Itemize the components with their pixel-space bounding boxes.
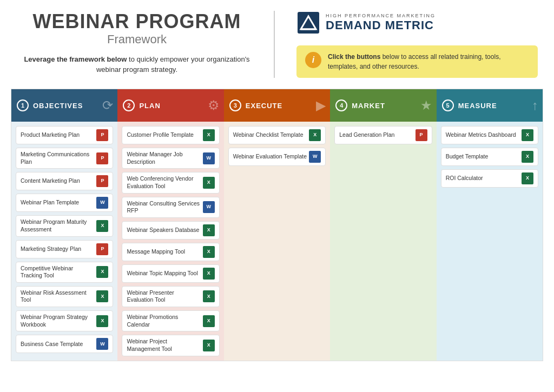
info-box: i Click the buttons below to access all … <box>296 45 538 78</box>
col-title-plan: PLAN <box>139 102 160 110</box>
item-label-objectives-5: Marketing Strategy Plan <box>21 245 94 253</box>
item-icon-plan-7: X <box>203 290 215 302</box>
col-title-objectives: OBJECTIVES <box>33 102 83 110</box>
item-btn-measure-0[interactable]: Webinar Metrics DashboardX <box>441 126 538 144</box>
item-label-plan-1: Webinar Manager Job Description <box>127 151 200 165</box>
item-icon-objectives-6: X <box>96 266 108 278</box>
item-label-plan-0: Customer Profile Template <box>127 131 200 139</box>
item-btn-measure-2[interactable]: ROI CalculatorX <box>441 169 538 188</box>
item-btn-execute-1[interactable]: Webinar Evaluation TemplateW <box>228 148 326 166</box>
item-btn-plan-5[interactable]: Message Mapping ToolX <box>122 243 219 261</box>
item-icon-plan-9: X <box>203 340 215 351</box>
col-body-market: Lead Generation PlanP <box>330 122 436 361</box>
page-header: WEBINAR PROGRAM Framework Leverage the f… <box>0 0 554 89</box>
item-btn-objectives-5[interactable]: Marketing Strategy PlanP <box>16 240 113 258</box>
item-label-measure-0: Webinar Metrics Dashboard <box>446 131 519 139</box>
item-btn-objectives-7[interactable]: Webinar Risk Assessment ToolX <box>16 286 113 307</box>
item-btn-plan-8[interactable]: Webinar Promotions CalendarX <box>122 310 219 331</box>
dm-logo-text: High Performance Marketing DEMAND METRIC <box>326 13 436 32</box>
item-btn-plan-2[interactable]: Web Conferencing Vendor Evaluation ToolX <box>122 172 219 193</box>
item-icon-objectives-9: W <box>96 338 108 350</box>
col-body-measure: Webinar Metrics DashboardXBudget Templat… <box>437 122 543 361</box>
item-icon-execute-0: X <box>309 129 321 141</box>
item-icon-objectives-4: X <box>96 220 108 232</box>
item-label-measure-2: ROI Calculator <box>446 175 519 182</box>
page-subtitle: Framework <box>16 32 258 46</box>
info-bold: Click the buttons <box>328 53 380 61</box>
item-label-objectives-3: Webinar Plan Template <box>21 199 94 207</box>
item-icon-objectives-7: X <box>96 290 108 302</box>
col-icon-market: ★ <box>420 98 432 113</box>
col-header-objectives: 1OBJECTIVES⟳ <box>11 89 117 122</box>
col-header-measure: 5MEASURE↑ <box>437 89 543 122</box>
item-label-plan-8: Webinar Promotions Calendar <box>127 314 200 328</box>
col-title-execute: EXECUTE <box>246 102 282 110</box>
item-icon-plan-8: X <box>203 315 215 327</box>
item-icon-plan-5: X <box>203 246 215 258</box>
framework: 1OBJECTIVES⟳Product Marketing PlanPMarke… <box>11 89 543 361</box>
item-btn-market-0[interactable]: Lead Generation PlanP <box>334 126 432 144</box>
item-btn-objectives-6[interactable]: Competitive Webinar Tracking ToolX <box>16 262 113 283</box>
item-btn-plan-9[interactable]: Webinar Project Management ToolX <box>122 335 219 356</box>
col-plan: 2PLAN⚙Customer Profile TemplateXWebinar … <box>117 89 223 361</box>
col-icon-measure: ↑ <box>532 98 538 113</box>
item-label-plan-9: Webinar Project Management Tool <box>127 338 200 353</box>
item-icon-plan-2: X <box>203 177 215 189</box>
item-btn-objectives-8[interactable]: Webinar Program Strategy WorkbookX <box>16 310 113 331</box>
item-label-plan-2: Web Conferencing Vendor Evaluation Tool <box>127 175 200 190</box>
col-num-objectives: 1 <box>17 99 29 111</box>
item-btn-plan-3[interactable]: Webinar Consulting Services RFPW <box>122 197 219 218</box>
item-label-plan-5: Message Mapping Tool <box>127 248 200 256</box>
item-btn-objectives-0[interactable]: Product Marketing PlanP <box>16 126 113 144</box>
item-btn-objectives-4[interactable]: Webinar Program Maturity AssessmentX <box>16 215 113 236</box>
item-icon-plan-0: X <box>203 129 215 141</box>
item-label-measure-1: Budget Template <box>446 153 519 161</box>
header-right: High Performance Marketing DEMAND METRIC… <box>286 11 538 78</box>
item-icon-measure-0: X <box>522 129 533 141</box>
col-icon-plan: ⚙ <box>208 98 220 113</box>
item-icon-objectives-0: P <box>96 129 108 141</box>
item-btn-execute-0[interactable]: Webinar Checklist TemplateX <box>228 126 326 144</box>
dm-logo-top: High Performance Marketing <box>326 13 436 18</box>
item-btn-objectives-2[interactable]: Content Marketing PlanP <box>16 172 113 190</box>
item-icon-measure-2: X <box>522 172 533 184</box>
col-measure: 5MEASURE↑Webinar Metrics DashboardXBudge… <box>437 89 543 361</box>
col-num-execute: 3 <box>229 99 241 111</box>
item-label-objectives-9: Business Case Template <box>21 341 94 348</box>
item-icon-plan-3: W <box>203 201 215 213</box>
item-btn-plan-1[interactable]: Webinar Manager Job DescriptionW <box>122 148 219 169</box>
item-btn-plan-6[interactable]: Webinar Topic Mapping ToolX <box>122 264 219 283</box>
item-label-objectives-0: Product Marketing Plan <box>21 131 94 139</box>
item-btn-objectives-1[interactable]: Marketing Communications PlanP <box>16 148 113 169</box>
col-num-market: 4 <box>335 99 347 111</box>
col-execute: 3EXECUTE▶Webinar Checklist TemplateXWebi… <box>224 89 330 361</box>
col-icon-execute: ▶ <box>316 98 326 113</box>
item-btn-objectives-3[interactable]: Webinar Plan TemplateW <box>16 194 113 212</box>
item-label-objectives-7: Webinar Risk Assessment Tool <box>21 289 94 304</box>
col-objectives: 1OBJECTIVES⟳Product Marketing PlanPMarke… <box>11 89 117 361</box>
header-description: Leverage the framework below to quickly … <box>16 54 258 75</box>
item-label-plan-6: Webinar Topic Mapping Tool <box>127 270 200 277</box>
item-label-plan-3: Webinar Consulting Services RFP <box>127 200 200 215</box>
item-label-objectives-1: Marketing Communications Plan <box>21 151 94 165</box>
item-btn-plan-0[interactable]: Customer Profile TemplateX <box>122 126 219 144</box>
col-market: 4MARKET★Lead Generation PlanP <box>330 89 436 361</box>
col-header-market: 4MARKET★ <box>330 89 436 122</box>
col-num-plan: 2 <box>123 99 135 111</box>
item-icon-objectives-5: P <box>96 243 108 255</box>
item-btn-objectives-9[interactable]: Business Case TemplateW <box>16 335 113 353</box>
item-icon-plan-1: W <box>203 152 215 164</box>
item-label-objectives-8: Webinar Program Strategy Workbook <box>21 314 94 328</box>
col-header-plan: 2PLAN⚙ <box>117 89 223 122</box>
header-left: WEBINAR PROGRAM Framework Leverage the f… <box>16 11 275 78</box>
item-btn-plan-4[interactable]: Webinar Speakers DatabaseX <box>122 221 219 240</box>
item-btn-measure-1[interactable]: Budget TemplateX <box>441 148 538 166</box>
item-label-objectives-6: Competitive Webinar Tracking Tool <box>21 265 94 280</box>
info-icon: i <box>305 52 321 68</box>
col-title-measure: MEASURE <box>458 102 497 110</box>
item-icon-market-0: P <box>416 129 427 141</box>
col-body-objectives: Product Marketing PlanPMarketing Communi… <box>11 122 117 361</box>
item-btn-plan-7[interactable]: Webinar Presenter Evaluation ToolX <box>122 286 219 307</box>
item-icon-objectives-8: X <box>96 315 108 327</box>
item-label-execute-1: Webinar Evaluation Template <box>233 153 307 161</box>
